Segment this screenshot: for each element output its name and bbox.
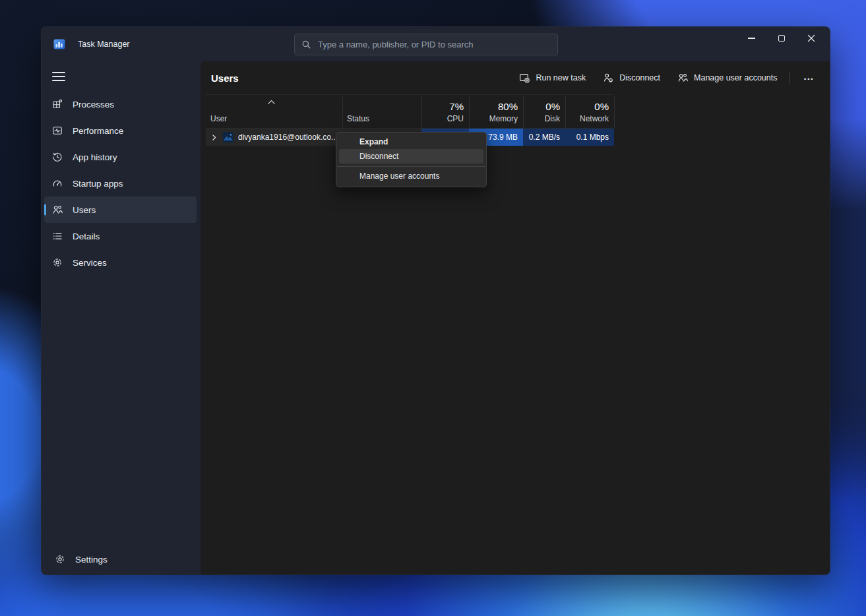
- search-box[interactable]: [294, 34, 558, 55]
- table-header: User Status 7% CPU 80% Memory 0% Disk 0%…: [206, 94, 614, 129]
- column-divider: [421, 96, 422, 128]
- minimize-button[interactable]: [737, 27, 766, 49]
- disconnect-button[interactable]: Disconnect: [596, 67, 667, 88]
- column-header-user[interactable]: User: [206, 95, 342, 128]
- sidebar-item-label: Details: [73, 231, 100, 241]
- processes-icon: [52, 99, 63, 109]
- sidebar-item-startup-apps[interactable]: Startup apps: [44, 170, 197, 197]
- sidebar-item-processes[interactable]: Processes: [44, 91, 197, 117]
- disconnect-label: Disconnect: [619, 73, 660, 82]
- task-manager-window: Task Manager: [41, 26, 830, 575]
- sidebar-item-label: Performance: [73, 126, 123, 136]
- disconnect-user-icon: [603, 73, 613, 83]
- sidebar-item-settings[interactable]: Settings: [47, 546, 193, 572]
- sidebar-item-app-history[interactable]: App history: [44, 144, 197, 170]
- titlebar: Task Manager: [42, 27, 830, 61]
- column-header-memory[interactable]: 80% Memory: [469, 95, 523, 128]
- sidebar-nav: Processes Performance App history: [42, 91, 201, 276]
- services-icon: [52, 257, 63, 268]
- sidebar-item-label: Services: [73, 258, 107, 268]
- sidebar: Processes Performance App history: [42, 61, 201, 574]
- column-header-network[interactable]: 0% Network: [565, 95, 614, 128]
- sidebar-item-label: Processes: [73, 100, 114, 109]
- performance-icon: [52, 125, 63, 136]
- panel-header: Users Run new task: [201, 61, 830, 94]
- search-input[interactable]: [318, 40, 551, 49]
- run-new-task-button[interactable]: Run new task: [512, 67, 593, 88]
- sidebar-item-label: Settings: [75, 555, 108, 565]
- sidebar-item-users[interactable]: Users: [44, 197, 197, 223]
- manage-user-accounts-icon: [677, 73, 688, 83]
- sidebar-item-details[interactable]: Details: [44, 223, 197, 249]
- column-divider: [469, 96, 470, 128]
- menu-item-expand[interactable]: Expand: [339, 135, 483, 149]
- column-header-disk[interactable]: 0% Disk: [523, 95, 565, 128]
- sidebar-item-performance[interactable]: Performance: [44, 117, 197, 144]
- app-history-icon: [52, 152, 63, 162]
- maximize-button[interactable]: [766, 27, 796, 49]
- toolbar-divider: [789, 72, 790, 84]
- menu-item-disconnect[interactable]: Disconnect: [339, 149, 483, 164]
- more-options-button[interactable]: ...: [795, 67, 822, 88]
- task-manager-app-icon: [53, 38, 65, 50]
- column-divider: [614, 96, 615, 128]
- column-divider: [342, 96, 343, 128]
- menu-separator: [337, 166, 485, 167]
- page-title: Users: [211, 73, 239, 84]
- context-menu: Expand Disconnect Manage user accounts: [336, 132, 487, 187]
- column-divider: [523, 96, 524, 128]
- sidebar-item-label: Users: [73, 205, 96, 215]
- toolbar: Run new task Disconnect: [512, 67, 830, 88]
- column-header-status[interactable]: Status: [342, 95, 421, 128]
- chevron-right-icon[interactable]: [210, 133, 218, 142]
- main-panel: Users Run new task: [201, 61, 830, 574]
- manage-user-accounts-label: Manage user accounts: [694, 73, 777, 82]
- window-controls: [737, 27, 826, 49]
- run-new-task-icon: [519, 73, 530, 83]
- sidebar-item-label: App history: [73, 152, 117, 162]
- column-header-cpu[interactable]: 7% CPU: [421, 95, 469, 128]
- ellipsis-icon: ...: [803, 71, 814, 82]
- manage-user-accounts-button[interactable]: Manage user accounts: [670, 67, 784, 88]
- users-icon: [52, 204, 63, 215]
- user-name: divyanka1916@outlook.co...: [238, 133, 338, 142]
- user-avatar: [223, 132, 233, 142]
- details-icon: [52, 231, 63, 241]
- sidebar-item-services[interactable]: Services: [44, 249, 197, 276]
- startup-apps-icon: [52, 178, 63, 189]
- column-divider: [565, 96, 566, 128]
- disk-cell: 0.2 MB/s: [523, 129, 565, 146]
- search-icon: [301, 40, 311, 49]
- window-title: Task Manager: [78, 27, 130, 61]
- sidebar-item-label: Startup apps: [73, 179, 123, 189]
- settings-gear-icon: [55, 554, 65, 565]
- network-cell: 0.1 Mbps: [565, 129, 614, 146]
- menu-item-manage-user-accounts[interactable]: Manage user accounts: [339, 169, 483, 183]
- run-new-task-label: Run new task: [536, 73, 586, 82]
- close-button[interactable]: [796, 27, 826, 49]
- menu-toggle-button[interactable]: [52, 71, 65, 82]
